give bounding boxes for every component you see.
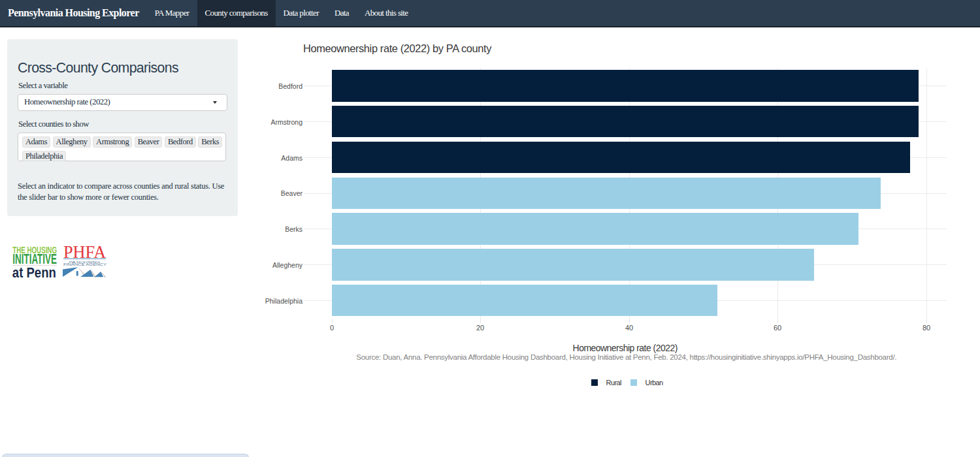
svg-text:PA HOUSING: PA HOUSING: [69, 260, 100, 264]
svg-text:FINANCE AGENCY: FINANCE AGENCY: [63, 263, 106, 266]
svg-text:at Penn: at Penn: [12, 265, 56, 280]
svg-text:PHFA: PHFA: [63, 244, 106, 262]
